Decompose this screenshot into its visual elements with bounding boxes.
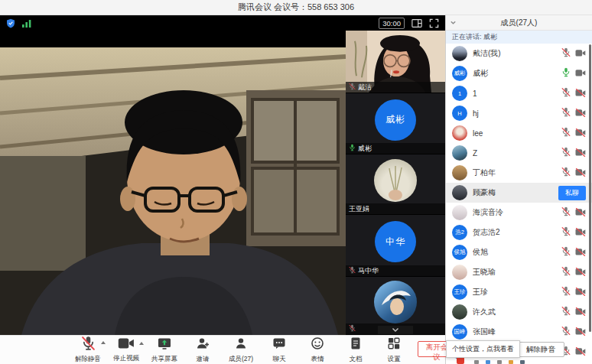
camera-off-icon — [575, 345, 586, 359]
tile-name: 王亚娟 — [349, 204, 369, 214]
toolbar-button-label: 共享屏幕 — [151, 355, 177, 364]
tile-avatar: 威彬 — [375, 99, 416, 141]
member-status — [561, 86, 586, 100]
video-tile[interactable]: 中华 马中华 — [346, 215, 445, 277]
member-name: 丁柏年 — [473, 167, 556, 178]
main-video-stage — [0, 15, 346, 335]
members-icon — [233, 336, 249, 354]
mic-muted-icon — [81, 336, 96, 354]
toolbar-emoji-button[interactable]: 表情 — [300, 336, 335, 364]
toolbar-camera-button[interactable]: 停止视频 — [109, 336, 144, 363]
video-tile[interactable] — [346, 277, 445, 335]
member-row[interactable]: 浩2贺志浩2 — [446, 223, 592, 242]
caret-up-icon[interactable] — [101, 341, 106, 344]
tile-name: 马中华 — [358, 266, 379, 276]
member-status — [561, 285, 586, 299]
member-avatar: H — [452, 106, 467, 121]
toolbar-button-label: 解除静音 — [75, 355, 101, 364]
security-shield-icon[interactable] — [6, 18, 15, 28]
toolbar-share-screen-button[interactable]: 共享屏幕 — [147, 336, 182, 364]
member-name: 侯旭 — [473, 247, 556, 258]
layout-view-icon[interactable] — [411, 18, 422, 28]
member-avatar: 王珍 — [452, 284, 467, 300]
member-name: 王晓瑜 — [473, 267, 556, 278]
member-row[interactable]: 11 — [446, 83, 592, 103]
member-row[interactable]: lee — [446, 123, 592, 143]
tile-name: 戴洁 — [358, 83, 372, 93]
member-row[interactable]: 王晓瑜 — [446, 262, 592, 282]
member-avatar — [452, 46, 467, 61]
member-row[interactable]: Z — [446, 143, 592, 163]
taskbar-icon[interactable] — [486, 360, 490, 364]
mic-muted-icon — [561, 106, 571, 120]
caret-up-icon[interactable] — [139, 342, 144, 345]
taskbar-icon[interactable] — [520, 360, 525, 364]
now-speaking-bar: 正在讲话: 威彬 — [446, 31, 592, 44]
mic-muted-icon — [561, 226, 571, 239]
member-status — [561, 345, 586, 359]
fullscreen-icon[interactable] — [429, 18, 439, 28]
members-panel-header: 成员(27人) — [446, 15, 592, 31]
window-title-bar: 腾讯会议 会议号：558 653 306 — [0, 0, 592, 15]
camera-off-icon — [575, 265, 586, 279]
member-name: 海滨音泠 — [473, 207, 556, 218]
collapse-strip-chevron[interactable] — [378, 326, 413, 334]
video-tile[interactable]: 王亚娟 — [346, 154, 445, 215]
member-row[interactable]: 丁柏年 — [446, 163, 592, 183]
taskbar-icon[interactable] — [509, 360, 513, 364]
toolbar-button-label: 停止视频 — [113, 354, 139, 363]
unmute-button[interactable]: 解除静音 — [517, 342, 564, 357]
toolbar-chat-button[interactable]: 聊天 — [262, 336, 297, 364]
mic-muted-icon — [349, 266, 356, 275]
mic-muted-icon — [561, 285, 571, 299]
camera-off-icon — [575, 86, 586, 100]
member-row[interactable]: 顾豪梅私聊 — [446, 183, 592, 203]
member-row[interactable]: 侯旭侯旭 — [446, 242, 592, 262]
camera-off-icon — [575, 325, 586, 339]
member-row[interactable]: 许久武 — [446, 302, 592, 322]
camera-off-icon — [575, 285, 586, 299]
private-chat-button[interactable]: 私聊 — [558, 186, 586, 200]
emoji-icon — [310, 336, 325, 354]
tile-avatar — [374, 159, 417, 202]
mic-muted-icon — [349, 83, 356, 92]
video-tile[interactable]: 戴洁 — [346, 31, 445, 93]
video-tile[interactable]: 威彬 威彬 — [346, 93, 445, 154]
tile-name-label: 戴洁 — [346, 82, 445, 93]
settings-tooltip: 个性设置，点我看看 — [446, 340, 520, 358]
toolbar-members-button[interactable]: 成员(27) — [223, 336, 259, 364]
members-scrollbar[interactable] — [589, 44, 591, 332]
tile-name-label: 马中华 — [346, 265, 445, 276]
member-row[interactable]: 戴洁(我) — [446, 44, 592, 63]
member-row[interactable]: 海滨音泠 — [446, 203, 592, 223]
member-status — [561, 265, 586, 279]
camera-off-icon — [575, 166, 586, 180]
member-name: 王珍 — [473, 287, 556, 297]
mic-muted-icon — [561, 305, 571, 319]
toolbar-button-label: 邀请 — [197, 355, 210, 364]
members-panel: 成员(27人) 正在讲话: 威彬 戴洁(我) 威彬威彬 11 Hhj — [445, 15, 592, 364]
toolbar-docs-button[interactable]: 文档 — [338, 336, 373, 364]
member-row[interactable]: Hhj — [446, 103, 592, 123]
toolbar-invite-button[interactable]: 邀请 — [185, 336, 220, 364]
toolbar-button-label: 文档 — [350, 355, 363, 364]
member-name: 1 — [473, 89, 556, 98]
member-status — [561, 67, 586, 80]
toolbar-mic-muted-button[interactable]: 解除静音 — [70, 336, 106, 364]
member-row[interactable]: 威彬威彬 — [446, 63, 592, 83]
docs-icon — [348, 336, 363, 354]
share-screen-icon — [157, 336, 172, 354]
taskbar-icon[interactable] — [474, 360, 479, 364]
taskbar-icon[interactable] — [497, 360, 502, 364]
member-name: lee — [473, 129, 556, 138]
member-row[interactable]: 国峰张国峰 — [446, 322, 592, 342]
collapse-panel-icon[interactable] — [450, 19, 457, 26]
network-signal-icon — [22, 19, 32, 28]
main-video — [0, 47, 346, 335]
mic-muted-icon — [561, 206, 571, 219]
member-row[interactable]: 王珍王珍 — [446, 282, 592, 302]
member-status — [561, 226, 586, 239]
member-avatar: 1 — [452, 86, 467, 101]
tile-name-label: 王亚娟 — [346, 203, 445, 214]
toolbar-settings-button[interactable]: 设置 — [376, 336, 411, 364]
